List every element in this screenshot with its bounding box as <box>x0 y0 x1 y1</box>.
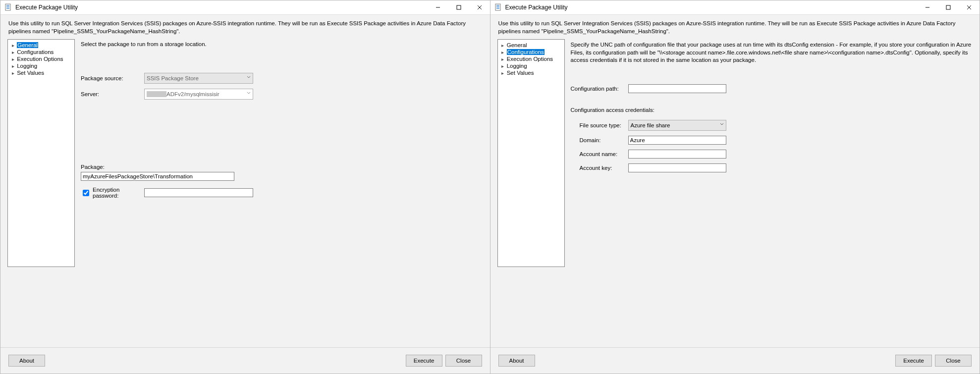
account-key-input[interactable] <box>628 163 726 172</box>
svg-rect-1 <box>6 5 9 6</box>
nav-set-values[interactable]: ▸ Set Values <box>499 69 563 76</box>
instruction: Specify the UNC path of configuration fi… <box>571 41 973 64</box>
chevron-icon: ▸ <box>500 43 505 48</box>
nav-general[interactable]: ▸ General <box>499 42 563 49</box>
about-button[interactable]: About <box>8 355 45 367</box>
window-title: Execute Package Utility <box>15 4 428 11</box>
redacted-segment <box>147 91 166 97</box>
label-account-name: Account name: <box>580 151 628 157</box>
content-configurations: Specify the UNC path of configuration fi… <box>571 39 973 343</box>
nav-execution-options[interactable]: ▸ Execution Options <box>9 55 73 62</box>
encryption-password-input[interactable] <box>144 188 253 197</box>
chevron-icon: ▸ <box>10 50 15 55</box>
chevron-icon: ▸ <box>10 56 15 62</box>
chevron-icon: ▸ <box>500 63 505 69</box>
window-configurations: Execute Package Utility Use this utility… <box>490 0 980 374</box>
nav-general[interactable]: ▸ General <box>9 42 73 49</box>
minimize-button[interactable] <box>428 0 448 14</box>
about-button[interactable]: About <box>498 355 535 367</box>
svg-rect-11 <box>496 8 499 9</box>
maximize-button[interactable] <box>448 0 469 14</box>
nav-execution-options[interactable]: ▸ Execution Options <box>499 55 563 62</box>
label-package: Package: <box>81 164 483 170</box>
app-icon <box>494 3 502 11</box>
configuration-path-input[interactable] <box>628 84 726 93</box>
titlebar: Execute Package Utility <box>0 0 490 15</box>
chevron-icon: ▸ <box>10 43 15 48</box>
content-general: Select the package to run from a storage… <box>81 39 483 343</box>
nav-tree: ▸ General ▸ Configurations ▸ Execution O… <box>497 39 565 267</box>
close-button[interactable] <box>469 0 490 14</box>
app-icon <box>4 3 12 11</box>
chevron-icon: ▸ <box>10 63 15 69</box>
account-name-input[interactable] <box>628 150 726 159</box>
file-source-type-select[interactable]: Azure file share <box>628 120 726 131</box>
nav-configurations[interactable]: ▸ Configurations <box>499 49 563 55</box>
package-source-select[interactable]: SSIS Package Store <box>144 73 253 84</box>
label-server: Server: <box>81 91 144 97</box>
svg-rect-3 <box>6 8 9 9</box>
nav-logging[interactable]: ▸ Logging <box>9 62 73 69</box>
execute-button[interactable]: Execute <box>895 355 932 367</box>
svg-rect-9 <box>496 5 499 6</box>
server-select[interactable]: ADFv2/mysqlmissisir <box>144 89 253 100</box>
nav-tree: ▸ General ▸ Configurations ▸ Execution O… <box>7 39 75 267</box>
domain-input[interactable] <box>628 136 726 145</box>
window-general: Execute Package Utility Use this utility… <box>0 0 490 374</box>
nav-logging[interactable]: ▸ Logging <box>499 62 563 69</box>
nav-set-values[interactable]: ▸ Set Values <box>9 69 73 76</box>
label-encryption-password: Encryption password: <box>93 187 144 199</box>
svg-rect-10 <box>496 6 499 7</box>
chevron-icon: ▸ <box>500 50 505 55</box>
chevron-down-icon <box>720 122 724 126</box>
package-input[interactable] <box>81 172 234 181</box>
encryption-password-checkbox[interactable] <box>83 190 89 196</box>
close-button[interactable] <box>959 0 980 14</box>
close-footer-button[interactable]: Close <box>935 355 972 367</box>
label-file-source-type: File source type: <box>580 122 628 128</box>
description: Use this utility to run SQL Server Integ… <box>490 15 980 39</box>
label-domain: Domain: <box>580 137 628 143</box>
minimize-button[interactable] <box>917 0 938 14</box>
label-package-source: Package source: <box>81 75 144 81</box>
chevron-down-icon <box>247 91 251 95</box>
label-configuration-path: Configuration path: <box>571 86 628 92</box>
chevron-icon: ▸ <box>500 56 505 62</box>
svg-rect-5 <box>457 5 461 9</box>
maximize-button[interactable] <box>938 0 959 14</box>
description: Use this utility to run SQL Server Integ… <box>0 15 490 39</box>
chevron-down-icon <box>247 75 251 79</box>
window-title: Execute Package Utility <box>505 4 918 11</box>
svg-rect-2 <box>6 6 9 7</box>
execute-button[interactable]: Execute <box>406 355 442 367</box>
svg-rect-13 <box>946 5 950 9</box>
close-footer-button[interactable]: Close <box>445 355 482 367</box>
credentials-header: Configuration access credentials: <box>571 107 973 113</box>
titlebar: Execute Package Utility <box>490 0 980 15</box>
label-account-key: Account key: <box>580 165 628 171</box>
chevron-icon: ▸ <box>10 70 15 76</box>
nav-configurations[interactable]: ▸ Configurations <box>9 49 73 55</box>
chevron-icon: ▸ <box>500 70 505 76</box>
instruction: Select the package to run from a storage… <box>81 41 483 47</box>
